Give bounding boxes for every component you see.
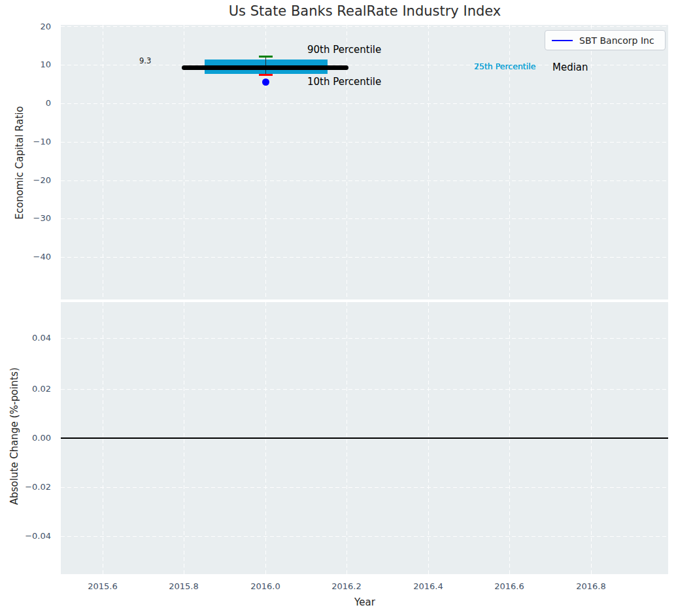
xtick-label: 2015.8 — [161, 581, 207, 591]
figure-canvas: Us State Banks RealRate Industry Index 9… — [0, 0, 676, 616]
ytick-label: 0 — [46, 98, 51, 109]
median-value-annotation: 9.3 — [139, 56, 151, 65]
p25-annotation: 25th Percentile — [474, 61, 535, 71]
y-axis-label-bottom: Absolute Change (%-points) — [8, 368, 20, 505]
gridline-horizontal — [61, 142, 668, 143]
gridline-horizontal — [61, 180, 668, 181]
gridline-horizontal — [61, 389, 668, 390]
median-annotation: Median — [552, 61, 588, 73]
gridline-horizontal — [61, 26, 668, 27]
y-axis-label-top: Economic Capital Ratio — [14, 106, 25, 219]
p90-whisker-cap — [259, 56, 273, 58]
ytick-label: −30 — [33, 213, 51, 224]
gridline-vertical — [428, 25, 429, 299]
ytick-label: −0.02 — [25, 482, 51, 492]
p10-whisker-cap — [259, 74, 273, 76]
gridline-vertical — [103, 25, 103, 299]
ytick-label: 10 — [40, 60, 51, 70]
ytick-label: −0.04 — [25, 531, 51, 541]
legend: SBT Bancorp Inc — [545, 30, 666, 50]
ytick-label: 0.02 — [32, 384, 51, 394]
gridline-horizontal — [61, 338, 668, 339]
ytick-label: 0.00 — [32, 433, 51, 443]
x-axis-label: Year — [354, 596, 375, 608]
bottom-axes-plot-area — [61, 302, 668, 574]
gridline-horizontal — [61, 218, 668, 219]
xtick-label: 2016.6 — [486, 581, 532, 591]
p90-annotation: 90th Percentile — [307, 44, 381, 56]
top-axes-plot-area: 9.3 90th Percentile 10th Percentile 75th… — [61, 25, 668, 299]
xtick-label: 2016.4 — [405, 581, 451, 591]
company-data-point — [262, 78, 269, 86]
gridline-horizontal — [61, 487, 668, 488]
chart-title: Us State Banks RealRate Industry Index — [229, 3, 501, 19]
legend-label: SBT Bancorp Inc — [579, 35, 654, 46]
ytick-label: 0.04 — [32, 333, 51, 343]
gridline-horizontal — [61, 257, 668, 258]
legend-line-swatch — [552, 40, 573, 41]
p10-annotation: 10th Percentile — [307, 76, 381, 88]
ytick-label: 20 — [40, 22, 51, 32]
ytick-label: −10 — [33, 137, 51, 147]
zero-line — [61, 437, 668, 439]
xtick-label: 2016.0 — [243, 581, 288, 591]
xtick-label: 2016.8 — [568, 581, 614, 591]
ytick-label: −20 — [33, 175, 51, 186]
xtick-label: 2015.6 — [80, 581, 126, 591]
xtick-label: 2016.2 — [324, 581, 369, 591]
gridline-horizontal — [61, 536, 668, 537]
gridline-vertical — [591, 25, 592, 299]
gridline-horizontal — [61, 103, 668, 104]
median-line — [182, 65, 348, 70]
ytick-label: −40 — [33, 252, 51, 262]
